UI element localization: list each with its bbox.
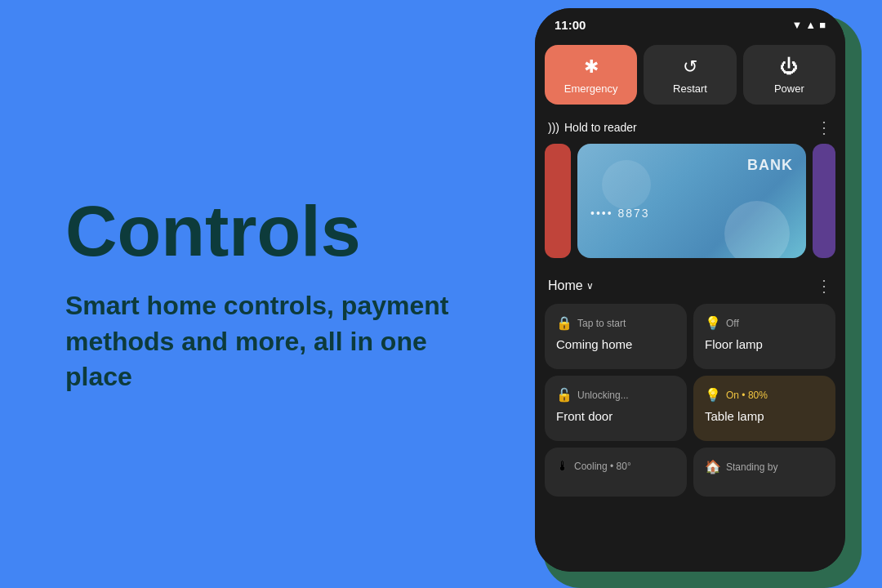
power-button[interactable]: ⏻ Power xyxy=(743,45,835,105)
home-title-text: Home xyxy=(548,278,583,293)
tile-standing-by-icon: 🏠 xyxy=(705,459,721,474)
tile-front-door-name: Front door xyxy=(556,409,675,423)
bottom-row: 🌡 Cooling • 80° 🏠 Standing by xyxy=(545,448,835,497)
emergency-label: Emergency xyxy=(564,82,618,95)
nfc-section: ))) Hold to reader ⋮ BANK •••• 8873 xyxy=(535,113,845,266)
card-row: BANK •••• 8873 xyxy=(545,144,835,258)
card-decoration-circle2 xyxy=(602,160,651,209)
home-chevron-icon: ∨ xyxy=(586,280,594,292)
right-panel: 11:00 ▼ ▲ ■ ✱ Emergency ↺ Restart ⏻ xyxy=(506,0,882,588)
status-time: 11:00 xyxy=(555,18,586,32)
card-decoration-circle xyxy=(724,201,790,258)
power-icon: ⏻ xyxy=(780,56,798,78)
home-menu-button[interactable]: ⋮ xyxy=(816,276,832,296)
nfc-header: ))) Hold to reader ⋮ xyxy=(545,113,835,144)
home-section: Home ∨ ⋮ 🔒 Tap to start Coming home xyxy=(535,266,845,572)
restart-label: Restart xyxy=(673,82,707,95)
left-panel: Controls Smart home controls, payment me… xyxy=(0,145,506,443)
tile-standing-by[interactable]: 🏠 Standing by xyxy=(693,448,835,497)
tile-coming-home-icon: 🔒 xyxy=(556,315,572,331)
restart-icon: ↺ xyxy=(683,56,697,78)
power-label: Power xyxy=(774,82,804,95)
nfc-menu-button[interactable]: ⋮ xyxy=(816,118,832,137)
emergency-button[interactable]: ✱ Emergency xyxy=(545,45,637,105)
tile-table-lamp-top: 💡 On • 80% xyxy=(705,387,824,403)
tile-front-door-icon: 🔓 xyxy=(556,387,572,403)
nfc-title-text: Hold to reader xyxy=(564,121,637,134)
tile-table-lamp-status: On • 80% xyxy=(726,390,768,401)
tile-standing-by-top: 🏠 Standing by xyxy=(705,459,824,474)
tile-front-door-top: 🔓 Unlocking... xyxy=(556,387,675,403)
card-side-right xyxy=(813,144,835,258)
quick-controls-row: ✱ Emergency ↺ Restart ⏻ Power xyxy=(535,38,845,113)
controls-grid: 🔒 Tap to start Coming home 💡 Off Floor l… xyxy=(545,304,835,441)
tile-coming-home-status: Tap to start xyxy=(577,318,626,329)
tile-floor-lamp[interactable]: 💡 Off Floor lamp xyxy=(693,304,835,369)
tile-cooling-status: Cooling • 80° xyxy=(574,461,631,472)
tile-floor-lamp-name: Floor lamp xyxy=(705,337,824,351)
nfc-icon: ))) xyxy=(548,121,559,134)
tile-floor-lamp-top: 💡 Off xyxy=(705,315,824,331)
phone-device: 11:00 ▼ ▲ ■ ✱ Emergency ↺ Restart ⏻ xyxy=(535,8,845,572)
tile-coming-home-top: 🔒 Tap to start xyxy=(556,315,675,331)
card-side-left xyxy=(545,144,571,258)
tile-floor-lamp-status: Off xyxy=(726,318,739,329)
tile-front-door[interactable]: 🔓 Unlocking... Front door xyxy=(545,376,687,441)
phone-wrapper: 11:00 ▼ ▲ ■ ✱ Emergency ↺ Restart ⏻ xyxy=(535,8,853,580)
status-bar: 11:00 ▼ ▲ ■ xyxy=(535,8,845,38)
tile-table-lamp-icon: 💡 xyxy=(705,387,721,403)
wifi-icon: ▼ xyxy=(791,19,802,31)
tile-coming-home-name: Coming home xyxy=(556,337,675,351)
tile-standing-by-status: Standing by xyxy=(726,461,777,473)
signal-icon: ▲ xyxy=(805,19,816,31)
restart-button[interactable]: ↺ Restart xyxy=(644,45,736,105)
bank-card[interactable]: BANK •••• 8873 xyxy=(577,144,806,258)
subtitle: Smart home controls, payment methods and… xyxy=(65,288,457,394)
tile-floor-lamp-icon: 💡 xyxy=(705,315,721,331)
main-title: Controls xyxy=(65,194,457,269)
tile-cooling-top: 🌡 Cooling • 80° xyxy=(556,459,675,474)
status-icons: ▼ ▲ ■ xyxy=(791,19,826,31)
tile-table-lamp-name: Table lamp xyxy=(705,409,824,423)
emergency-icon: ✱ xyxy=(584,56,599,78)
tile-cooling-icon: 🌡 xyxy=(556,459,569,474)
tile-coming-home[interactable]: 🔒 Tap to start Coming home xyxy=(545,304,687,369)
tile-front-door-status: Unlocking... xyxy=(577,390,629,401)
tile-cooling[interactable]: 🌡 Cooling • 80° xyxy=(545,448,687,497)
nfc-title: ))) Hold to reader xyxy=(548,121,637,134)
battery-icon: ■ xyxy=(819,19,826,31)
tile-table-lamp[interactable]: 💡 On • 80% Table lamp xyxy=(693,376,835,441)
home-title[interactable]: Home ∨ xyxy=(548,278,594,293)
home-header: Home ∨ ⋮ xyxy=(545,266,835,304)
